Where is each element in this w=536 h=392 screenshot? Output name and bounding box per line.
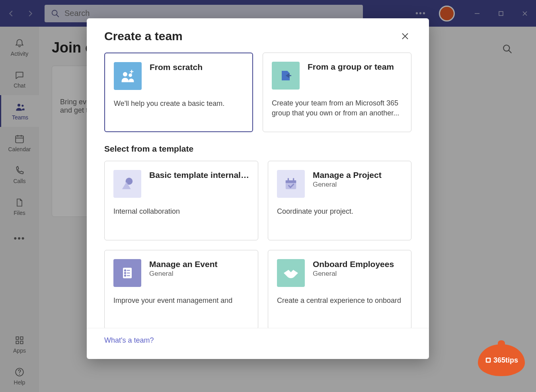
template-manage-project[interactable]: Manage a Project General Coordinate your… xyxy=(268,161,411,240)
modal-title: Create a team xyxy=(104,29,183,43)
card-sub: General xyxy=(313,181,402,189)
close-modal-button[interactable] xyxy=(399,30,411,43)
svg-point-22 xyxy=(123,72,127,76)
handshake-icon xyxy=(277,259,305,287)
card-desc: Improve your event management and xyxy=(113,296,249,306)
shapes-icon xyxy=(113,170,141,198)
people-plus-icon xyxy=(114,62,142,90)
card-title: From scratch xyxy=(150,62,244,72)
svg-point-32 xyxy=(125,272,126,273)
svg-point-34 xyxy=(125,275,126,276)
card-title: Basic template internal… xyxy=(149,170,249,180)
group-arrow-icon xyxy=(272,62,300,90)
card-title: Onboard Employees xyxy=(313,259,402,269)
card-sub: General xyxy=(313,270,402,278)
option-from-group[interactable]: From a group or team Create your team fr… xyxy=(263,53,411,132)
svg-rect-26 xyxy=(286,180,296,183)
checklist-icon xyxy=(113,259,141,287)
card-desc: Coordinate your project. xyxy=(277,207,402,216)
card-title: Manage an Event xyxy=(149,259,249,269)
card-sub: General xyxy=(149,270,249,278)
whats-a-team-link[interactable]: What's a team? xyxy=(104,336,154,344)
calendar-check-icon xyxy=(277,170,305,198)
template-onboard-employees[interactable]: Onboard Employees General Create a centr… xyxy=(268,250,411,328)
svg-point-23 xyxy=(129,73,132,77)
card-desc: Create your team from an Microsoft 365 g… xyxy=(272,98,402,118)
template-section-title: Select from a template xyxy=(104,144,411,154)
card-desc: We'll help you create a basic team. xyxy=(114,99,244,109)
card-title: From a group or team xyxy=(308,62,402,72)
svg-point-30 xyxy=(125,270,126,271)
card-desc: Internal collaboration xyxy=(113,207,249,216)
svg-rect-37 xyxy=(487,359,489,361)
office-icon xyxy=(485,357,492,364)
create-team-modal: Create a team From scratch We'll help yo… xyxy=(87,18,429,359)
template-basic-internal[interactable]: Basic template internal… Internal collab… xyxy=(104,161,258,240)
badge-text: 365tips xyxy=(493,356,518,365)
card-title: Manage a Project xyxy=(313,170,402,180)
option-from-scratch[interactable]: From scratch We'll help you create a bas… xyxy=(104,53,253,132)
card-desc: Create a central experience to onboard xyxy=(277,296,402,306)
template-manage-event[interactable]: Manage an Event General Improve your eve… xyxy=(104,250,258,328)
